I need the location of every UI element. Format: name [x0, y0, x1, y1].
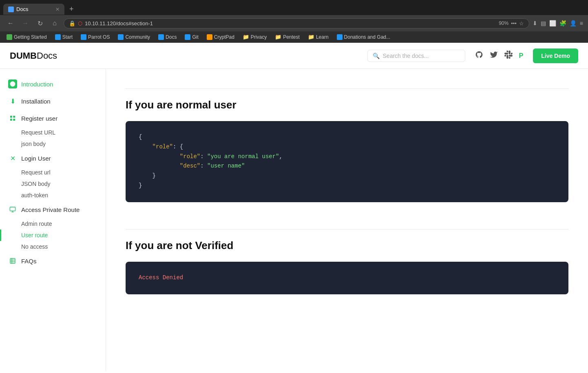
sidebar-item-access-private-route[interactable]: Access Private Route: [0, 201, 106, 218]
header-search[interactable]: 🔍 Search the docs...: [367, 50, 465, 62]
sidebar-sub-json-body[interactable]: json body: [0, 138, 106, 150]
introduction-icon: [8, 79, 17, 88]
sidebar-sub-user-route[interactable]: User route: [0, 230, 106, 241]
sidebar-label-faqs: FAQs: [21, 258, 37, 265]
sidebar-item-installation[interactable]: ⬇ Installation: [0, 93, 106, 110]
sidebar-sub-admin-route[interactable]: Admin route: [0, 218, 106, 230]
bookmark-docs[interactable]: Docs: [157, 33, 178, 41]
register-icon: [8, 114, 17, 123]
slack-icon[interactable]: [504, 51, 513, 61]
bookmark-label: Start: [62, 34, 73, 40]
sidebar-sub-request-url[interactable]: Request URL: [0, 127, 106, 138]
new-tab-button[interactable]: +: [66, 3, 77, 15]
sidebar-sub-json-body-login[interactable]: JSON body: [0, 178, 106, 190]
tab-favicon: [8, 7, 14, 12]
code-line-5: }: [139, 171, 555, 181]
main-content: If you are normal user { "role": { "role…: [106, 69, 588, 371]
sub-label: Request URL: [21, 129, 55, 136]
svg-rect-5: [10, 207, 15, 211]
bookmark-icon[interactable]: ☆: [519, 20, 524, 26]
download-icon[interactable]: ⬇: [533, 20, 537, 26]
bookmark-cryptpad[interactable]: CryptPad: [205, 33, 236, 41]
home-button[interactable]: ⌂: [49, 18, 60, 29]
reload-button[interactable]: ↻: [34, 18, 46, 29]
bookmark-privacy[interactable]: 📁 Privacy: [241, 33, 268, 41]
sidebar: Introduction ⬇ Installation Register use…: [0, 69, 106, 371]
top-divider: [126, 88, 568, 89]
producthunt-icon[interactable]: P: [519, 52, 524, 60]
sidebar-panel-icon[interactable]: ▤: [541, 20, 546, 26]
bookmark-parrot-os[interactable]: Parrot OS: [79, 33, 111, 41]
sidebar-label-register: Register user: [21, 115, 57, 122]
sub-label: auth-token: [21, 192, 48, 199]
logo: DUMBDocs: [10, 51, 57, 61]
sidebar-item-register-user[interactable]: Register user: [0, 110, 106, 127]
sidebar-label-login: Login User: [21, 155, 51, 162]
menu-icon[interactable]: ≡: [580, 20, 583, 26]
svg-rect-4: [13, 119, 15, 121]
bookmark-favicon: [185, 34, 190, 40]
app-wrapper: DUMBDocs 🔍 Search the docs... P Live Dem…: [0, 43, 588, 371]
sub-label: Admin route: [21, 221, 52, 227]
svg-point-0: [10, 82, 15, 86]
code-line-6: }: [139, 181, 555, 191]
app-body: Introduction ⬇ Installation Register use…: [0, 69, 588, 371]
pip-icon[interactable]: ⬜: [549, 20, 556, 26]
sidebar-sub-auth-token[interactable]: auth-token: [0, 190, 106, 201]
sidebar-item-introduction[interactable]: Introduction: [0, 75, 106, 93]
tab-close-button[interactable]: ✕: [55, 7, 60, 12]
github-icon[interactable]: [475, 51, 483, 61]
logo-light: Docs: [37, 51, 57, 61]
active-tab[interactable]: Docs ✕: [3, 4, 64, 15]
section2-code-block: Access Denied: [126, 262, 568, 294]
bookmark-favicon: [337, 34, 343, 40]
section2-title: If you are not Verified: [126, 239, 568, 252]
bookmark-getting-started[interactable]: Getting Started: [5, 33, 49, 41]
bookmark-favicon: [81, 34, 86, 40]
bookmark-community[interactable]: Community: [116, 33, 152, 41]
bookmark-favicon: [158, 34, 164, 40]
profile-icon[interactable]: 👤: [570, 20, 577, 26]
bookmarks-bar: Getting Started Start Parrot OS Communit…: [0, 31, 588, 43]
bookmark-label: Parrot OS: [88, 34, 110, 40]
menu-dots[interactable]: •••: [511, 20, 517, 26]
bookmark-favicon: [207, 34, 212, 40]
bookmark-donations[interactable]: Donations and Gad...: [335, 33, 392, 41]
access-icon: [8, 205, 17, 214]
login-icon: ✕: [8, 154, 17, 163]
svg-rect-8: [10, 258, 15, 263]
live-demo-button[interactable]: Live Demo: [533, 49, 578, 63]
nav-bar: ← → ↻ ⌂ 🔒 ⬡ 10.10.11.120/docs#section-1 …: [0, 15, 588, 31]
back-button[interactable]: ←: [5, 18, 16, 29]
sidebar-item-faqs[interactable]: FAQs: [0, 252, 106, 269]
svg-rect-2: [13, 116, 15, 118]
sidebar-label-introduction: Introduction: [21, 81, 53, 88]
faq-icon: [8, 256, 17, 265]
sub-label: Request url: [21, 169, 51, 176]
sidebar-item-login-user[interactable]: ✕ Login User: [0, 150, 106, 167]
section1-title: If you are normal user: [126, 99, 568, 111]
bookmark-learn[interactable]: 📁 Learn: [306, 33, 330, 41]
search-placeholder: Search the docs...: [383, 53, 429, 59]
extensions-icon[interactable]: 🧩: [559, 20, 566, 26]
code-line-3: "role": "you are normal user",: [139, 152, 555, 162]
bookmark-label: Donations and Gad...: [344, 34, 390, 40]
search-icon: 🔍: [373, 53, 380, 59]
sub-label: json body: [21, 141, 46, 147]
twitter-icon[interactable]: [490, 51, 498, 61]
address-bar[interactable]: 🔒 ⬡ 10.10.11.120/docs#section-1 90% ••• …: [64, 18, 529, 29]
bookmark-git[interactable]: Git: [183, 33, 200, 41]
sidebar-sub-no-access[interactable]: No access: [0, 241, 106, 252]
bookmark-pentest[interactable]: 📁 Pentest: [273, 33, 301, 41]
forward-button[interactable]: →: [20, 18, 31, 29]
logo-bold: DUMB: [10, 51, 37, 61]
sidebar-sub-request-url-login[interactable]: Request url: [0, 167, 106, 178]
bookmark-label: Privacy: [251, 34, 267, 40]
code-line-2: "role": {: [139, 142, 555, 152]
sub-label: No access: [21, 243, 48, 250]
bookmark-label: Learn: [316, 34, 329, 40]
sub-label: User route: [21, 232, 48, 238]
code-line-4: "desc": "user name": [139, 161, 555, 171]
bookmark-start[interactable]: Start: [53, 33, 74, 41]
section1-code-block: { "role": { "role": "you are normal user…: [126, 121, 568, 202]
